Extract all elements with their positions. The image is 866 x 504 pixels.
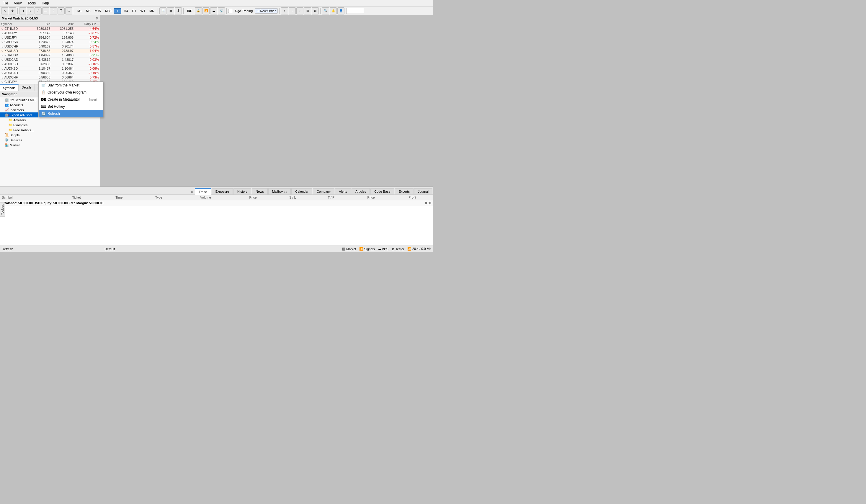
bottom-tab[interactable]: History (233, 188, 251, 194)
nav-item[interactable]: 📁 Free Robots... (0, 127, 100, 133)
tab-details[interactable]: Details (19, 85, 35, 91)
trade-col-header[interactable]: Profit (392, 195, 433, 200)
new-order-btn[interactable]: + New Order (255, 8, 278, 14)
bottom-tab[interactable]: Mailbox 11 (268, 188, 291, 194)
bottom-tab[interactable]: Articles (352, 188, 370, 194)
menu-help[interactable]: Help (41, 1, 50, 6)
chart-candlestick-btn[interactable]: 📊 (159, 7, 166, 14)
market-row[interactable]: ↘ USDCHF 0.90169 0.90174 -0.57% (0, 44, 100, 49)
market-row[interactable]: ↘ EURUSD 1.04892 1.04893 0.21% (0, 53, 100, 57)
trade-col-header[interactable]: Type (139, 195, 179, 200)
bottom-tab[interactable]: Alerts (335, 188, 351, 194)
chart-bar-btn[interactable]: ▦ (167, 7, 174, 14)
tf-h4[interactable]: H4 (122, 8, 130, 14)
bottom-tab[interactable]: News (252, 188, 268, 194)
tf-h1[interactable]: H1 (114, 8, 121, 14)
toolbar-line-btn[interactable]: / (34, 7, 42, 14)
toolbar-cloud-btn[interactable]: ☁ (210, 7, 217, 14)
tf-m30[interactable]: M30 (103, 8, 113, 14)
toolbar-user-btn[interactable]: 👤 (337, 7, 344, 14)
trade-col-header[interactable]: Time (99, 195, 139, 200)
bottom-tab[interactable]: Trade (195, 188, 211, 195)
market-row[interactable]: ↘ USDCAD 1.43812 1.43817 -0.03% (0, 57, 100, 62)
market-row[interactable]: ↘ AUDJPY 97.142 97.148 -0.87% (0, 31, 100, 35)
context-menu-item[interactable]: ⌨ Set Hotkey (39, 103, 103, 110)
market-row[interactable]: ↘ USDJPY 154.604 154.606 -0.72% (0, 35, 100, 40)
chart-dollar-btn[interactable]: $ (175, 7, 182, 14)
context-menu-item[interactable]: 🔄 Refresh (39, 110, 103, 117)
tab-symbols[interactable]: Symbols (0, 85, 19, 91)
status-vps[interactable]: ☁ VPS (378, 247, 388, 251)
nav-item[interactable]: 📜 Scripts (0, 133, 100, 137)
toolbar-text-btn[interactable]: T (57, 7, 65, 14)
toolbar-wifi-btn[interactable]: 📶 (202, 7, 210, 14)
tf-w1[interactable]: W1 (139, 8, 147, 14)
toolbar-shape-btn[interactable]: ⬡ (65, 7, 72, 14)
toolbar-grid-btn[interactable]: ⊞ (312, 7, 319, 14)
algo-trading-checkbox[interactable] (228, 9, 232, 13)
nav-item[interactable]: 📁 Advisors (0, 117, 100, 122)
tf-m5[interactable]: M5 (84, 8, 92, 14)
tf-m15[interactable]: M15 (93, 8, 103, 14)
toolbar-search-btn[interactable]: 🔍 (322, 7, 329, 14)
toolbar-back-btn[interactable]: ◂ (19, 7, 26, 14)
market-row[interactable]: ↘ XAUUSD 2738.85 2738.97 -1.04% (0, 49, 100, 53)
status-signals[interactable]: 📶 Signals (359, 247, 375, 251)
bottom-tab[interactable]: Calendar (291, 188, 312, 194)
bottom-tab[interactable]: Code Base (370, 188, 394, 194)
market-row[interactable]: ↘ AUDCAD 0.90359 0.90366 -0.19% (0, 71, 100, 75)
toolbar-arrow-btn[interactable]: ↖ (1, 7, 8, 14)
toolbox-side-tab[interactable]: Toolbox (0, 202, 5, 216)
nav-item[interactable]: ⚙️ Services (0, 137, 100, 143)
toolbar-crosshair-btn[interactable]: ✛ (9, 7, 16, 14)
market-watch-close[interactable]: × (96, 16, 98, 21)
context-menu-item[interactable]: IDE Create in MetaEditor Insert (39, 96, 103, 103)
market-row[interactable]: ↘ AUDNZD 1.10457 1.10464 -0.06% (0, 66, 100, 71)
toolbar-ide-btn[interactable]: IDE (185, 8, 194, 14)
toolbar-signal-btn[interactable]: 📡 (218, 7, 225, 14)
status-tester[interactable]: 🖥 Tester (391, 247, 404, 251)
bottom-content[interactable]: SymbolTicketTimeTypeVolumePriceS / LT / … (0, 195, 433, 246)
trade-col-header[interactable]: Ticket (54, 195, 99, 200)
toolbar-lock-btn[interactable]: 🔒 (195, 7, 202, 14)
trade-col-header[interactable]: T / P (312, 195, 351, 200)
trade-col-header[interactable]: Price (351, 195, 392, 200)
trade-col-header[interactable]: Price (233, 195, 274, 200)
bottom-tab[interactable]: Company (313, 188, 334, 194)
context-menu-item[interactable]: 📋 Order your own Program (39, 89, 103, 96)
market-row[interactable]: ↘ AUDUSD 0.62833 0.62837 -0.16% (0, 62, 100, 66)
toolbar-fib-btn[interactable]: ⋮ (50, 7, 57, 14)
toolbar-zoom-in-btn[interactable]: + (281, 7, 288, 14)
market-watch-scroll[interactable]: Symbol Bid Ask Daily Ch... ↘ ETHUSD 3080… (0, 22, 100, 84)
market-row[interactable]: ↘ GBPUSD 1.24872 1.24874 0.24% (0, 40, 100, 44)
menu-view[interactable]: View (13, 1, 23, 6)
toolbar-crosshair2-btn[interactable]: ⊞ (304, 7, 311, 14)
symbol-cell: ↘ EURUSD (0, 53, 28, 57)
trade-col-header[interactable]: Symbol (0, 195, 54, 200)
market-row[interactable]: ↘ AUDCHF 0.56655 0.56664 -0.73% (0, 75, 100, 80)
toolbar-scroll-btn[interactable]: ↔ (296, 7, 303, 14)
nav-item[interactable]: 📁 Examples (0, 122, 100, 127)
status-market[interactable]: Market (342, 247, 356, 251)
toolbar-hline-btn[interactable]: — (42, 7, 49, 14)
market-row[interactable]: ↘ ETHUSD 3080.675 3081.255 -4.64% (0, 26, 100, 31)
bid-cell: 0.90359 (28, 71, 52, 75)
trade-col-header[interactable]: Volume (179, 195, 233, 200)
toolbar-fwd-btn[interactable]: ▸ (27, 7, 34, 14)
toolbar-zoom-out-btn[interactable]: - (289, 7, 296, 14)
context-menu-item[interactable]: 🛒 Buy from the Market (39, 82, 103, 89)
menu-tools[interactable]: Tools (26, 1, 37, 6)
bottom-tab[interactable]: Experts (395, 188, 413, 194)
nav-item[interactable]: 🏪 Market (0, 143, 100, 147)
tf-m1[interactable]: M1 (76, 8, 84, 14)
toolbar-input[interactable] (346, 8, 364, 14)
tf-d1[interactable]: D1 (131, 8, 138, 14)
menu-file[interactable]: File (1, 1, 9, 6)
bottom-tab[interactable]: Exposure (212, 188, 233, 194)
bottom-tab[interactable]: Journal (414, 188, 432, 194)
toolbar-alert-btn[interactable]: 🔔 (330, 7, 337, 14)
trade-col-header[interactable]: S / L (274, 195, 312, 200)
tf-mn[interactable]: MN (147, 8, 156, 14)
bottom-panel-close[interactable]: × (189, 190, 194, 194)
algo-trading-label[interactable]: Algo Trading (233, 8, 255, 14)
